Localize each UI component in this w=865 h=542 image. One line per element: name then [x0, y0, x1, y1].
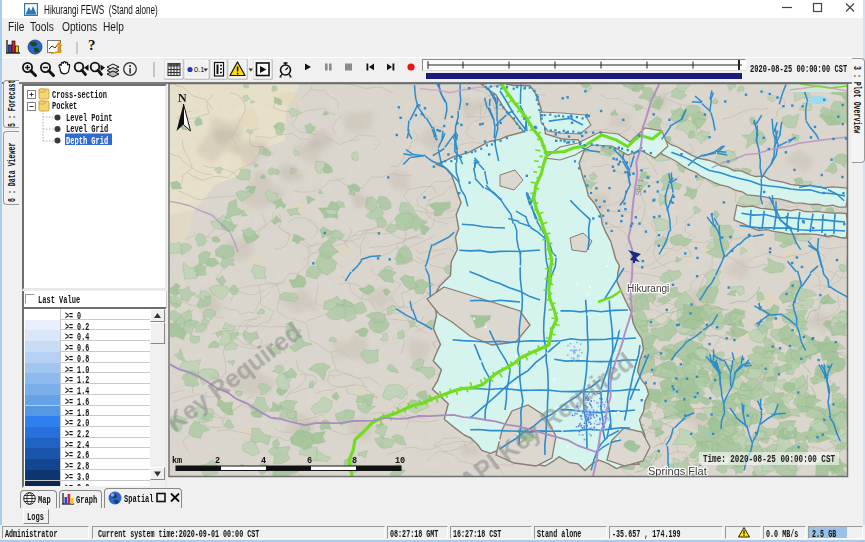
svg-text:Hikurangi: Hikurangi — [627, 283, 669, 294]
svg-text:km: km — [172, 456, 182, 466]
svg-text:2: 2 — [215, 456, 220, 466]
svg-text:Springs Flat: Springs Flat — [648, 465, 707, 477]
svg-text:Time: 2020-08-25 00:00:00 CST: Time: 2020-08-25 00:00:00 CST — [703, 453, 835, 465]
svg-text:4: 4 — [261, 456, 266, 466]
svg-text:8: 8 — [352, 456, 357, 466]
svg-text:6: 6 — [307, 456, 312, 466]
svg-text:10: 10 — [395, 456, 405, 466]
svg-text:N: N — [178, 91, 187, 105]
